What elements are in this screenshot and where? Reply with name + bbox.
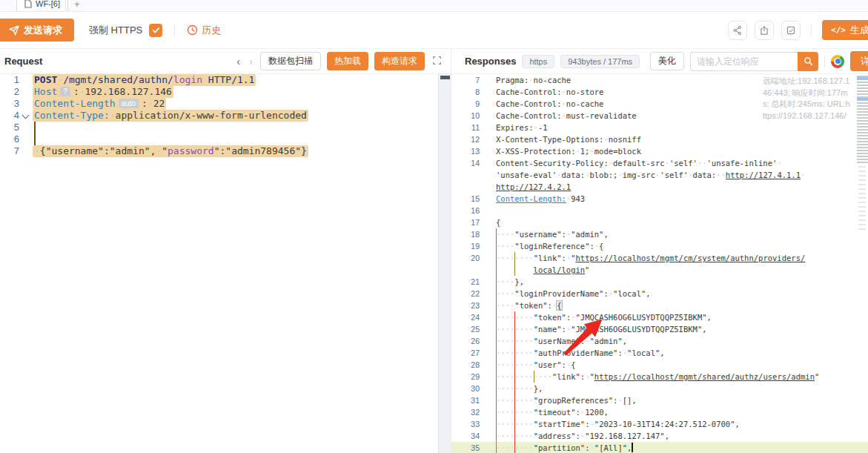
header-divider xyxy=(824,56,825,67)
sign-button[interactable] xyxy=(781,21,801,40)
whitespace-dot: · xyxy=(566,360,571,369)
code-line[interactable]: 15Content-Length:·943 xyxy=(451,193,868,205)
code-line[interactable]: 17{ xyxy=(451,216,868,228)
whitespace-dot: · xyxy=(548,372,552,381)
indent-guide xyxy=(496,264,497,276)
file-tab[interactable]: WF-[6] xyxy=(16,0,68,12)
code-line[interactable]: 30········}, xyxy=(451,383,868,394)
request-panel: Request ‹ › 数据包扫描 热加载 构造请求 1POST·/mgmt/s… xyxy=(0,49,451,453)
code-line[interactable]: 21····}, xyxy=(451,276,868,288)
indent-guide xyxy=(496,276,497,288)
whitespace-dot: · xyxy=(585,372,589,381)
fold-chevron-icon[interactable] xyxy=(22,112,30,119)
code-line[interactable]: 28········"user":·{ xyxy=(451,359,868,371)
code-line[interactable]: 18····"username":·"admin", xyxy=(451,228,868,240)
line-number: 8 xyxy=(451,86,480,98)
share-icon xyxy=(732,25,743,36)
code-line[interactable]: local/login" xyxy=(451,264,868,276)
line-number: 30 xyxy=(451,383,480,394)
nav-forward-button[interactable]: › xyxy=(248,55,254,67)
code-line[interactable]: 26········"userName":·"admin", xyxy=(451,335,868,347)
indent-guide xyxy=(496,347,497,359)
beautify-button[interactable]: 美化 xyxy=(650,52,684,70)
build-request-button[interactable]: 构造请求 xyxy=(374,52,425,70)
new-tab-button[interactable]: + xyxy=(74,0,80,10)
code-line[interactable]: 22····"loginProviderName":·"local", xyxy=(451,288,868,300)
search-button[interactable] xyxy=(798,52,818,71)
nav-back-button[interactable]: ‹ xyxy=(235,55,242,67)
share-button[interactable] xyxy=(728,21,747,40)
line-number: 10 xyxy=(451,110,480,122)
token: http://127.4.1.1 xyxy=(726,171,801,179)
code-line[interactable]: 13X-XSS-Protection:·1;·mode=block xyxy=(451,145,868,157)
code-line[interactable]: 4Content-Type:·application/x-www-form-ur… xyxy=(0,110,451,122)
code-line[interactable]: 14Content-Security-Policy:·default-src·'… xyxy=(451,157,868,169)
code-line[interactable]: 12X-Content-Type-Options:·nosniff xyxy=(451,133,868,145)
code-line[interactable]: 10Cache-Control:·must-revalidate xyxy=(451,110,868,122)
indent-guide xyxy=(534,371,534,383)
code-line[interactable]: 19····"loginReference":·{ xyxy=(451,240,868,252)
details-button[interactable]: 详情 xyxy=(850,51,868,71)
indent-guide xyxy=(514,323,515,335)
code-line[interactable]: 23····"token":·{ xyxy=(451,300,868,311)
line-number: 15 xyxy=(451,193,480,205)
code-line[interactable]: 9Cache-Control:·no-cache xyxy=(451,98,868,110)
response-search-input[interactable] xyxy=(690,52,798,71)
token: ········"timeout":·1200, xyxy=(496,408,609,417)
chrome-icon[interactable] xyxy=(831,55,844,68)
line-number: 12 xyxy=(451,133,480,145)
code-line[interactable]: 34········"address":·"192.168.127.147", xyxy=(451,430,868,442)
code-line[interactable]: 2Host?:·192.168.127.146 xyxy=(0,86,451,98)
code-line[interactable]: 27········"authProviderName":·"local", xyxy=(451,347,868,359)
tab-separator xyxy=(65,0,66,10)
hot-reload-button[interactable]: 热加载 xyxy=(327,52,368,70)
whitespace-dot: · xyxy=(510,289,514,298)
code-line[interactable]: 24········"token":·"JMQCASH6OG6LUSYDTQQP… xyxy=(451,311,868,323)
response-code-editor[interactable]: 远端地址:192.168.127.146:443; 响应时间:177ms; 总耗… xyxy=(451,74,868,453)
code-line[interactable]: http://127.4.2.1 xyxy=(451,181,868,193)
code-line[interactable]: 7Pragma:·no-cache xyxy=(451,74,868,86)
code-line[interactable]: 8Cache-Control:·no-store xyxy=(451,86,868,98)
force-https-checkbox[interactable] xyxy=(149,24,162,37)
token: ········"name":·"JMQCASH6OG6LUSYDTQQPZ5I… xyxy=(496,325,707,334)
file-icon xyxy=(24,0,32,8)
code-line[interactable]: 25········"name":·"JMQCASH6OG6LUSYDTQQPZ… xyxy=(451,323,868,335)
token: Content-Security-Policy:·default-src·'se… xyxy=(496,159,782,168)
send-request-button[interactable]: 发送请求 xyxy=(0,19,74,42)
token: https://localhost/mgmt/cm/system/authn/p… xyxy=(576,254,806,262)
code-line[interactable]: 35········"partition":·"[All]", xyxy=(451,442,868,453)
whitespace-dot: · xyxy=(562,99,566,108)
line-number: 21 xyxy=(451,276,480,288)
request-code-editor[interactable]: 1POST·/mgmt/shared/authn/login·HTTP/1.12… xyxy=(0,74,451,453)
whitespace-dot: · xyxy=(566,194,571,203)
codegen-button[interactable]: </> 生成代码 xyxy=(822,20,868,40)
expand-button[interactable] xyxy=(431,56,443,67)
code-line[interactable]: 5 xyxy=(0,122,451,133)
code-line[interactable]: 20········"link":·"https://localhost/mgm… xyxy=(451,252,868,264)
code-line[interactable]: 11Expires:·-1 xyxy=(451,122,868,133)
code-line[interactable]: 31········"groupReferences":·[], xyxy=(451,394,868,406)
whitespace-dot: · xyxy=(529,254,533,262)
export-button[interactable] xyxy=(755,21,774,40)
line-number: 11 xyxy=(451,122,480,133)
code-line[interactable]: 7·{"username":"admin",·"password":"admin… xyxy=(0,145,451,157)
code-line[interactable]: 1POST·/mgmt/shared/authn/login·HTTP/1.1 xyxy=(0,74,451,86)
whitespace-dot: · xyxy=(609,289,613,298)
code-line[interactable]: 32········"timeout":·1200, xyxy=(451,406,868,418)
code-line[interactable]: 6 xyxy=(0,133,451,145)
indent-guide xyxy=(496,252,497,264)
history-button[interactable]: 历史 xyxy=(187,24,221,37)
packet-scan-button[interactable]: 数据包扫描 xyxy=(260,52,321,70)
code-line[interactable]: 'unsafe-eval'·data:·blob:;·img-src·'self… xyxy=(451,169,868,181)
toolbar: 发送请求 强制 HTTPS 历史 </> 生成代码 xyxy=(0,12,868,49)
whitespace-dot: · xyxy=(34,145,40,156)
code-line[interactable]: 16 xyxy=(451,205,868,216)
indent-guide xyxy=(496,371,497,383)
whitespace-dot: · xyxy=(801,171,805,179)
token: ········"groupReferences":·[], xyxy=(496,396,637,405)
whitespace-dot: · xyxy=(617,171,622,179)
code-line[interactable]: 3Content-Lengthauto:·22 xyxy=(0,98,451,110)
code-line[interactable]: 29············"link":·"https://localhost… xyxy=(451,371,868,383)
request-header: Request ‹ › 数据包扫描 热加载 构造请求 xyxy=(0,49,451,74)
code-line[interactable]: 33········"startTime":·"2023-10-31T14:24… xyxy=(451,418,868,430)
